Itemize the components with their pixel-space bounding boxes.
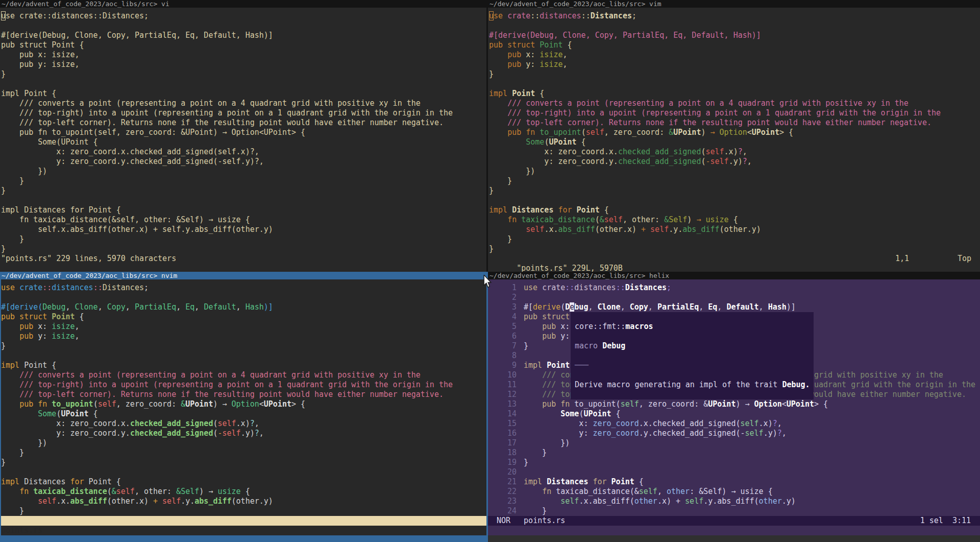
code-token [524,390,542,399]
code-token: D [565,302,570,312]
code-token: :: [42,283,52,292]
code-token: ) → [199,487,217,496]
code-token [524,487,542,496]
line-number: 4 [488,312,517,322]
code-token: Distances [24,477,70,486]
code-token: Distances [547,477,588,486]
code-token: { [535,89,544,98]
pane-vim[interactable]: ~/dev/advent_of_code_2023/aoc_libs/src> … [488,0,980,272]
code-token: self [217,419,236,428]
code-token: usize [217,487,240,496]
helix-selection-count: 1 sel [920,516,943,526]
vi-buffer[interactable]: use crate::distances::Distances;#[derive… [1,11,486,254]
code-token: (other.x) [595,225,641,234]
pane-title-vim[interactable]: ~/dev/advent_of_code_2023/aoc_libs/src> … [488,0,980,8]
popup-line: Derive macro generating an impl of the t… [575,380,814,390]
line-number: 18 [488,448,517,458]
code-token: & [112,487,116,496]
code-token: Hash [768,302,787,312]
code-token: ; [632,11,636,20]
code-line: x: zero_coord.x.checked_add_signed(self.… [489,147,980,157]
code-token: x: [33,322,52,331]
line-number: 23 [488,497,517,506]
code-token: self [116,487,135,496]
vim-ruler-scroll: Top [958,254,971,264]
code-token: > { [814,399,828,409]
code-line: y: zero_coord.y.checked_add_signed(-self… [1,157,486,167]
code-token: Default [204,302,236,312]
code-token: UPoint [61,409,88,418]
code-token [489,128,507,137]
code-token [489,225,526,234]
code-token: #[ [524,302,533,312]
nvim-buffer[interactable]: use crate::distances::Distances;#[derive… [1,283,486,516]
code-token: , other: [135,487,176,496]
code-line: /// top-left corner). Returns none if th… [1,118,486,128]
code-line: impl Point { [1,89,486,99]
helix-mode-indicator: NOR [497,516,510,526]
line-number: 13 [488,399,517,409]
code-token: { [563,40,572,50]
pane-border-vertical-top[interactable] [486,0,488,272]
code-token: , [782,429,787,438]
code-token: UPoint [752,128,779,137]
pane-vi[interactable]: ~/dev/advent_of_code_2023/aoc_libs/src> … [0,0,486,272]
code-token: macros [625,322,653,331]
code-token: ( [595,215,600,224]
code-token: Some [526,137,544,147]
code-line: } [489,234,980,244]
pane-title-vi[interactable]: ~/dev/advent_of_code_2023/aoc_libs/src> … [0,0,486,8]
code-token: self.x.abs_diff(other.x) + self.y.abs_di… [1,225,273,234]
code-token: { [729,215,738,224]
code-token [489,108,507,117]
code-token: fn [542,487,556,496]
code-token: .y) [764,429,777,438]
vim-buffer[interactable]: use crate::distances::Distances;#[derive… [489,11,980,254]
code-token [524,399,542,409]
code-token: macro [575,341,602,350]
code-token: impl [524,477,547,486]
code-line: } [1,244,486,254]
code-token [524,380,542,389]
helix-cursor-position: 3:11 [952,516,971,526]
pane-title-nvim[interactable]: ~/dev/advent_of_code_2023/aoc_libs/src> … [0,272,486,279]
code-token: } [1,458,6,467]
pane-nvim[interactable]: ~/dev/advent_of_code_2023/aoc_libs/src> … [0,272,486,542]
code-token: , [743,147,747,156]
code-line: #[derive(Debug, Clone, Copy, PartialEq, … [1,302,486,312]
pane-title-helix[interactable]: ~/dev/advent_of_code_2023/aoc_libs/src> … [488,272,980,279]
code-token: checked_add_signed [618,157,701,166]
pane-helix[interactable]: ~/dev/advent_of_code_2023/aoc_libs/src> … [488,272,980,542]
code-line [1,467,486,477]
code-token: - [217,429,222,438]
code-token: UPoint [583,409,611,418]
active-pane-bottom-border [0,535,486,542]
code-token: + [153,497,158,506]
code-token: UPoint [185,399,213,409]
pane-border-vertical-bottom[interactable] [486,272,488,542]
code-token: Distances [103,283,144,292]
code-token [524,332,542,341]
popup-line: core::fmt::macros [575,322,814,332]
code-token: : &Self) → usize { [690,487,773,496]
code-token: abs_diff [558,225,595,234]
code-token: Eq [708,302,717,312]
code-token: , [259,429,264,438]
code-token: .x.checked_add_signed( [639,419,741,428]
code-token: , [588,302,597,312]
code-token: self [526,225,544,234]
code-token: ? [255,429,259,438]
code-line: 21impl Distances for Point { [488,477,980,487]
code-token: )] [787,302,796,312]
code-token: , [194,302,204,312]
code-token: , [747,157,752,166]
code-token: pub struct [524,312,574,321]
code-token: x: zero_coord.x.checked_add_signed(self.… [1,147,259,156]
popup-line [575,332,814,341]
code-line: pub y: isize, [489,60,980,69]
code-token [158,497,162,506]
code-token: self [710,157,729,166]
code-token: :: [530,11,540,20]
code-token: & [669,128,673,137]
code-token: (other.x) [107,497,153,506]
